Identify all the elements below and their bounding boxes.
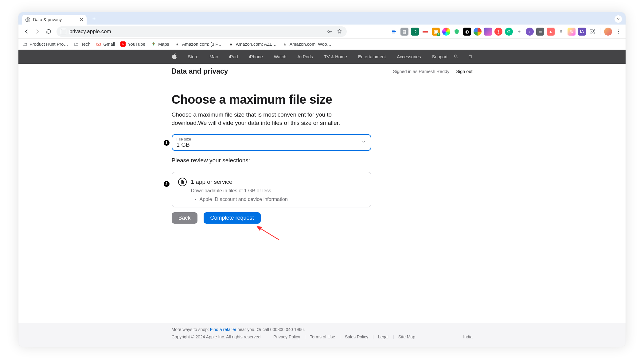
- footer-shop-post: near you. Or call 000800 040 1966.: [236, 327, 305, 332]
- tabs-dropdown-icon[interactable]: [615, 15, 622, 23]
- site-settings-icon[interactable]: [61, 29, 66, 34]
- review-heading: Please review your selections:: [172, 157, 371, 164]
- extension-icon[interactable]: [442, 28, 450, 36]
- select-value: 1 GB: [177, 141, 366, 149]
- nav-accessories[interactable]: Accessories: [397, 54, 421, 59]
- annotation-arrow-icon: [255, 225, 282, 243]
- svg-rect-2: [423, 31, 428, 33]
- extensions-row: ▦ D ▣1 ◐ ◎ G ✦ ↓ ▭ ▲ ⇪ ✎ IA: [390, 28, 623, 36]
- footer-link[interactable]: Legal: [378, 334, 388, 339]
- browser-toolbar: privacy.apple.com ▦ D ▣1 ◐ ◎ G: [18, 25, 626, 39]
- extension-icon[interactable]: ✦: [515, 28, 523, 36]
- browser-window: Data & privacy ✕ + privacy.apple.com: [18, 12, 626, 347]
- gmail-icon: [96, 41, 101, 47]
- svg-point-7: [454, 55, 457, 57]
- svg-point-5: [618, 33, 619, 33]
- bookmark-item[interactable]: YouTube: [120, 41, 145, 47]
- extension-icon[interactable]: ▦: [400, 28, 408, 36]
- footer-link[interactable]: Terms of Use: [310, 334, 335, 339]
- maps-icon: [151, 41, 156, 47]
- card-item: Apple ID account and device information: [200, 197, 365, 202]
- bookmarks-bar: Product Hunt Pro… Tech Gmail YouTube Map…: [18, 39, 626, 50]
- extension-icon[interactable]: G: [505, 28, 513, 36]
- new-tab-button[interactable]: +: [90, 15, 98, 23]
- nav-iphone[interactable]: iPhone: [249, 54, 263, 59]
- review-card: 1 app or service Downloadable in files o…: [172, 172, 371, 207]
- extension-icon[interactable]: ⇪: [557, 28, 565, 36]
- bookmark-item[interactable]: Product Hunt Pro…: [22, 41, 68, 47]
- svg-point-6: [153, 43, 154, 44]
- extension-icon[interactable]: ▣1: [432, 28, 440, 36]
- extension-icon[interactable]: ▭: [536, 28, 544, 36]
- url-text: privacy.apple.com: [69, 29, 324, 35]
- extension-icon[interactable]: [390, 28, 398, 36]
- extension-icon[interactable]: IA: [578, 28, 586, 36]
- bag-icon[interactable]: [468, 54, 473, 60]
- address-bar[interactable]: privacy.apple.com: [57, 26, 347, 37]
- sign-out-link[interactable]: Sign out: [456, 69, 472, 74]
- extension-icon[interactable]: [421, 28, 429, 36]
- close-icon[interactable]: ✕: [80, 17, 84, 22]
- reload-button[interactable]: [44, 27, 53, 37]
- nav-watch[interactable]: Watch: [274, 54, 287, 59]
- search-icon[interactable]: [454, 54, 459, 60]
- svg-point-4: [618, 31, 619, 32]
- profile-avatar[interactable]: [604, 28, 612, 36]
- extension-icon[interactable]: ✎: [568, 28, 576, 36]
- local-nav-title: Data and privacy: [172, 67, 228, 75]
- page-lead: Choose a maximum file size that is most …: [172, 111, 359, 127]
- footer-link[interactable]: Privacy Policy: [273, 334, 300, 339]
- nav-support[interactable]: Support: [432, 54, 448, 59]
- bookmark-item[interactable]: a Amazon.com: AZL…: [228, 41, 277, 47]
- apple-logo-icon[interactable]: [172, 53, 177, 60]
- document-icon: [178, 178, 187, 186]
- forward-button[interactable]: [33, 27, 42, 37]
- extension-icon[interactable]: [453, 28, 461, 36]
- extension-icon[interactable]: D: [411, 28, 419, 36]
- extension-icon[interactable]: [474, 28, 482, 36]
- amazon-icon: a: [282, 41, 287, 47]
- footer-link[interactable]: Sales Policy: [345, 334, 368, 339]
- bookmark-item[interactable]: a Amazon.com: Woo…: [282, 41, 332, 47]
- apple-global-nav: Store Mac iPad iPhone Watch AirPods TV &…: [18, 50, 626, 64]
- nav-store[interactable]: Store: [188, 54, 199, 59]
- browser-tab[interactable]: Data & privacy ✕: [22, 15, 87, 25]
- annotation-badge-2: 2: [164, 181, 170, 187]
- bookmark-item[interactable]: Gmail: [96, 41, 115, 47]
- find-retailer-link[interactable]: Find a retailer: [210, 327, 236, 332]
- folder-icon: [22, 41, 27, 47]
- extensions-puzzle-icon[interactable]: [588, 28, 596, 36]
- amazon-icon: a: [175, 41, 180, 47]
- password-key-icon[interactable]: [327, 29, 332, 34]
- nav-tv-home[interactable]: TV & Home: [324, 54, 347, 59]
- footer-country[interactable]: India: [463, 334, 472, 339]
- extension-icon[interactable]: ◎: [494, 28, 502, 36]
- kebab-menu-icon[interactable]: [615, 28, 623, 36]
- extension-icon[interactable]: [484, 28, 492, 36]
- svg-point-1: [328, 31, 330, 33]
- bookmark-item[interactable]: Tech: [74, 41, 91, 47]
- extension-icon[interactable]: ↓: [526, 28, 534, 36]
- footer-link[interactable]: Site Map: [398, 334, 415, 339]
- extension-icon[interactable]: ◐: [463, 28, 471, 36]
- back-button[interactable]: [21, 27, 31, 37]
- bookmark-star-icon[interactable]: [337, 29, 342, 34]
- bookmark-item[interactable]: a Amazon.com: [3 P…: [175, 41, 223, 47]
- nav-ipad[interactable]: iPad: [229, 54, 238, 59]
- local-nav: Data and privacy Signed in as Ramesh Red…: [18, 64, 626, 79]
- nav-airpods[interactable]: AirPods: [297, 54, 313, 59]
- nav-mac[interactable]: Mac: [209, 54, 218, 59]
- extension-icon[interactable]: ▲: [547, 28, 555, 36]
- file-size-select[interactable]: File size 1 GB: [172, 134, 371, 151]
- footer-shop-pre: More ways to shop:: [172, 327, 210, 332]
- nav-entertainment[interactable]: Entertainment: [358, 54, 386, 59]
- back-button[interactable]: Back: [172, 212, 197, 224]
- select-label: File size: [177, 137, 366, 141]
- signed-in-label: Signed in as Ramesh Reddy: [393, 69, 450, 74]
- tab-strip: Data & privacy ✕ +: [18, 12, 626, 25]
- tab-title: Data & privacy: [33, 17, 77, 22]
- amazon-icon: a: [228, 41, 234, 47]
- page-title: Choose a maximum file size: [172, 93, 371, 106]
- complete-request-button[interactable]: Complete request: [204, 212, 261, 224]
- bookmark-item[interactable]: Maps: [151, 41, 169, 47]
